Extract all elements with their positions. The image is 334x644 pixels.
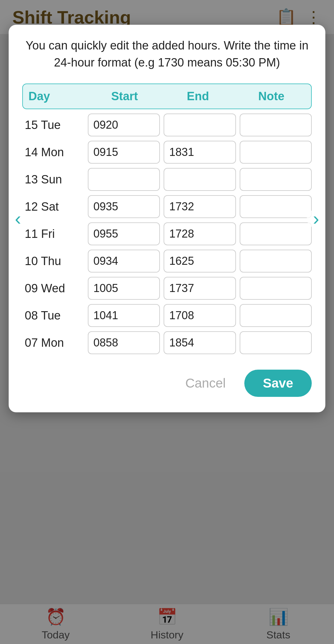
row-7-day: 08 Tue xyxy=(22,309,84,322)
col-header-day: Day xyxy=(26,90,88,103)
row-1-note-input[interactable] xyxy=(240,141,312,164)
cancel-button[interactable]: Cancel xyxy=(176,371,235,396)
table-row: 10 Thu xyxy=(22,250,312,273)
row-2-note-input[interactable] xyxy=(240,168,312,191)
time-entries-table: 15 Tue14 Mon13 Sun12 Sat11 Fri10 Thu09 W… xyxy=(22,114,312,354)
table-row: 07 Mon xyxy=(22,331,312,354)
row-8-day: 07 Mon xyxy=(22,336,84,350)
row-0-start-input[interactable] xyxy=(88,114,160,136)
row-1-end-input[interactable] xyxy=(164,141,236,164)
col-header-note: Note xyxy=(235,90,308,103)
row-2-day: 13 Sun xyxy=(22,173,84,186)
row-2-start-input[interactable] xyxy=(88,168,160,191)
col-header-start: Start xyxy=(88,90,161,103)
dialog-hint-text: You can quickly edit the added hours. Wr… xyxy=(22,37,312,71)
table-row: 11 Fri xyxy=(22,222,312,245)
row-7-note-input[interactable] xyxy=(240,304,312,327)
row-4-day: 11 Fri xyxy=(22,227,84,241)
row-8-start-input[interactable] xyxy=(88,331,160,354)
table-row: 14 Mon xyxy=(22,141,312,164)
row-4-end-input[interactable] xyxy=(164,222,236,245)
table-row: 15 Tue xyxy=(22,114,312,136)
table-row: 09 Wed xyxy=(22,277,312,300)
row-5-note-input[interactable] xyxy=(240,250,312,273)
row-8-note-input[interactable] xyxy=(240,331,312,354)
table-row: 13 Sun xyxy=(22,168,312,191)
row-6-start-input[interactable] xyxy=(88,277,160,300)
edit-hours-dialog: ‹ › You can quickly edit the added hours… xyxy=(9,25,325,412)
row-6-note-input[interactable] xyxy=(240,277,312,300)
save-button[interactable]: Save xyxy=(244,370,312,397)
row-0-note-input[interactable] xyxy=(240,114,312,136)
row-1-day: 14 Mon xyxy=(22,146,84,159)
row-0-end-input[interactable] xyxy=(164,114,236,136)
row-5-start-input[interactable] xyxy=(88,250,160,273)
dialog-actions: Cancel Save xyxy=(22,370,312,397)
row-3-end-input[interactable] xyxy=(164,195,236,218)
row-7-start-input[interactable] xyxy=(88,304,160,327)
table-header: Day Start End Note xyxy=(22,84,312,109)
row-6-day: 09 Wed xyxy=(22,282,84,295)
row-6-end-input[interactable] xyxy=(164,277,236,300)
row-0-day: 15 Tue xyxy=(22,118,84,132)
col-header-end: End xyxy=(161,90,234,103)
row-5-end-input[interactable] xyxy=(164,250,236,273)
next-period-arrow[interactable]: › xyxy=(307,209,325,228)
row-3-day: 12 Sat xyxy=(22,200,84,213)
row-4-note-input[interactable] xyxy=(240,222,312,245)
row-7-end-input[interactable] xyxy=(164,304,236,327)
prev-period-arrow[interactable]: ‹ xyxy=(9,209,27,228)
table-row: 08 Tue xyxy=(22,304,312,327)
row-4-start-input[interactable] xyxy=(88,222,160,245)
table-row: 12 Sat xyxy=(22,195,312,218)
row-3-note-input[interactable] xyxy=(240,195,312,218)
row-1-start-input[interactable] xyxy=(88,141,160,164)
row-2-end-input[interactable] xyxy=(164,168,236,191)
row-8-end-input[interactable] xyxy=(164,331,236,354)
row-3-start-input[interactable] xyxy=(88,195,160,218)
row-5-day: 10 Thu xyxy=(22,255,84,268)
